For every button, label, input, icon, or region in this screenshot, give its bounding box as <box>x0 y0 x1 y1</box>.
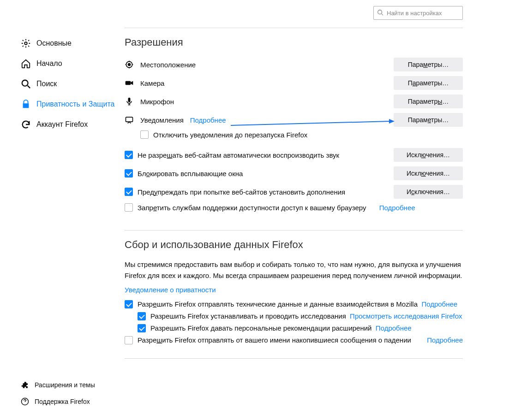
sidebar-item-extensions[interactable]: Расширения и темы <box>21 377 115 393</box>
sidebar-item-account[interactable]: Аккаунт Firefox <box>21 114 115 135</box>
divider <box>125 230 463 231</box>
block-autoplay-checkbox[interactable] <box>125 151 133 159</box>
crash-reports-checkbox[interactable] <box>125 336 133 344</box>
svg-point-3 <box>22 80 28 86</box>
disable-notifications-row: Отключить уведомления до перезапуска Fir… <box>140 130 463 139</box>
warn-addon-label: Предупреждать при попытке веб-сайтов уст… <box>138 188 345 196</box>
block-popups-checkbox[interactable] <box>125 169 133 177</box>
search-icon <box>377 9 383 16</box>
block-a11y-label: Запретить службам поддержки доступности … <box>138 204 366 212</box>
location-label: Местоположение <box>140 61 196 69</box>
warn-addon-row: Предупреждать при попытке веб-сайтов уст… <box>125 185 463 199</box>
camera-settings-button[interactable]: Параметры… <box>394 76 463 90</box>
warn-addon-checkbox[interactable] <box>125 188 133 196</box>
sidebar-item-general[interactable]: Основные <box>21 33 115 53</box>
recommendations-label: Разрешить Firefox давать персональные ре… <box>150 324 372 332</box>
permission-camera: Камера Параметры… <box>125 75 463 91</box>
permission-notifications: Уведомления Подробнее Параметры… <box>125 112 463 128</box>
telemetry-learn-more-link[interactable]: Подробнее <box>421 300 457 308</box>
crash-reports-row: Разрешить Firefox отправлять от вашего и… <box>125 336 463 344</box>
block-a11y-checkbox[interactable] <box>125 203 133 212</box>
block-autoplay-row: Не разрешать веб-сайтам автоматически во… <box>125 148 463 162</box>
data-collection-desc: Мы стремимся предоставить вам выбор и со… <box>125 259 463 281</box>
telemetry-label: Разрешить Firefox отправлять технические… <box>138 300 418 308</box>
sidebar-item-home[interactable]: Начало <box>21 53 115 74</box>
notifications-settings-button[interactable]: Параметры… <box>394 113 463 127</box>
sidebar-item-label: Приватность и Защита <box>36 100 114 108</box>
telemetry-checkbox[interactable] <box>125 300 133 308</box>
svg-point-2 <box>24 42 27 45</box>
sidebar-item-privacy[interactable]: Приватность и Защита <box>21 94 115 114</box>
addon-exceptions-button[interactable]: Исключения… <box>394 185 463 199</box>
svg-point-7 <box>128 64 131 66</box>
svg-rect-14 <box>126 117 133 122</box>
lock-icon <box>21 99 31 109</box>
sidebar-item-search[interactable]: Поиск <box>21 74 115 94</box>
sidebar: Основные Начало Поиск Приватность и Защи… <box>0 0 115 420</box>
studies-label: Разрешить Firefox устанавливать и провод… <box>150 312 346 320</box>
sidebar-item-label: Основные <box>36 39 72 47</box>
sidebar-item-label: Начало <box>36 59 62 68</box>
recommendations-learn-more-link[interactable]: Подробнее <box>376 324 412 332</box>
notifications-learn-more-link[interactable]: Подробнее <box>190 116 226 124</box>
sidebar-item-label: Аккаунт Firefox <box>36 120 88 129</box>
block-a11y-row: Запретить службам поддержки доступности … <box>125 203 463 212</box>
sidebar-item-label: Поиск <box>36 80 57 88</box>
studies-checkbox[interactable] <box>138 312 146 320</box>
permission-location: Местоположение Параметры… <box>125 57 463 72</box>
svg-line-1 <box>382 14 383 16</box>
sync-icon <box>21 119 31 130</box>
sidebar-item-label: Расширения и темы <box>35 381 95 389</box>
help-icon <box>21 397 29 406</box>
crash-reports-label: Разрешить Firefox отправлять от вашего и… <box>138 336 411 344</box>
studies-row: Разрешить Firefox устанавливать и провод… <box>138 312 463 320</box>
privacy-notice-link[interactable]: Уведомление о приватности <box>125 286 216 294</box>
permissions-title: Разрешения <box>125 36 463 48</box>
a11y-learn-more-link[interactable]: Подробнее <box>379 204 415 212</box>
telemetry-row: Разрешить Firefox отправлять технические… <box>125 300 463 308</box>
location-settings-button[interactable]: Параметры… <box>394 58 463 71</box>
camera-label: Камера <box>140 79 164 87</box>
camera-icon <box>125 78 134 88</box>
microphone-label: Микрофон <box>140 98 174 106</box>
microphone-icon <box>125 97 134 106</box>
recommendations-row: Разрешить Firefox давать персональные ре… <box>138 324 463 332</box>
block-popups-label: Блокировать всплывающие окна <box>138 170 243 177</box>
sidebar-item-support[interactable]: Поддержка Firefox <box>21 393 115 410</box>
location-icon <box>125 60 134 69</box>
disable-notifications-checkbox[interactable] <box>140 130 149 139</box>
crash-learn-more-link[interactable]: Подробнее <box>427 336 463 344</box>
settings-search[interactable] <box>373 6 463 20</box>
main-content: Разрешения Местоположение Параметры… Кам… <box>115 0 509 420</box>
divider <box>125 358 463 359</box>
puzzle-icon <box>21 381 29 389</box>
svg-point-0 <box>378 10 382 14</box>
home-icon <box>21 59 31 69</box>
notifications-label: Уведомления <box>140 116 184 124</box>
view-studies-link[interactable]: Просмотреть исследования Firefox <box>350 312 462 320</box>
disable-notifications-label: Отключить уведомления до перезапуска Fir… <box>153 131 307 139</box>
popups-exceptions-button[interactable]: Исключения… <box>394 166 463 180</box>
autoplay-exceptions-button[interactable]: Исключения… <box>394 148 463 162</box>
recommendations-checkbox[interactable] <box>138 324 146 332</box>
divider <box>125 28 463 28</box>
sidebar-item-label: Поддержка Firefox <box>35 398 90 405</box>
permission-microphone: Микрофон Параметры… <box>125 94 463 109</box>
svg-rect-12 <box>126 81 131 85</box>
gear-icon <box>21 38 31 48</box>
svg-rect-13 <box>128 98 131 102</box>
data-collection-title: Сбор и использование данных Firefox <box>125 239 463 251</box>
search-icon <box>21 79 31 89</box>
microphone-settings-button[interactable]: Параметры… <box>394 95 463 108</box>
svg-line-4 <box>28 86 30 89</box>
search-input[interactable] <box>373 6 463 20</box>
block-autoplay-label: Не разрешать веб-сайтам автоматически во… <box>138 151 339 159</box>
notifications-icon <box>125 115 134 124</box>
block-popups-row: Блокировать всплывающие окна Исключения… <box>125 166 463 180</box>
